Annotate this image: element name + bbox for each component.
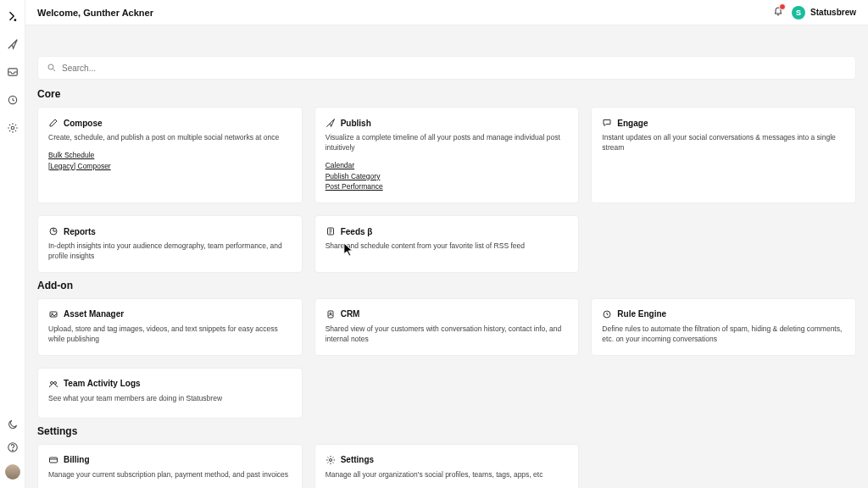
nav-publish-icon[interactable] [7, 38, 19, 53]
svg-point-14 [51, 381, 53, 384]
card-title: CRM [341, 309, 360, 319]
card-engage[interactable]: Engage Instant updates on all your socia… [591, 107, 856, 203]
card-desc: Manage your current subscription plan, p… [48, 470, 292, 480]
card-title: Reports [64, 227, 96, 236]
org-name: Statusbrew [810, 8, 856, 17]
page-title: Welcome, Gunther Ackner [37, 8, 153, 18]
logo-icon[interactable] [7, 10, 19, 25]
svg-point-3 [11, 126, 14, 130]
card-title: Publish [341, 119, 371, 128]
card-desc: See what your team members are doing in … [48, 394, 292, 404]
theme-toggle-icon[interactable] [7, 419, 19, 433]
search-input[interactable] [62, 64, 847, 73]
user-avatar[interactable] [5, 464, 20, 480]
left-sidebar [0, 0, 25, 488]
notifications-button[interactable] [773, 6, 783, 19]
card-title: Settings [341, 455, 374, 464]
section-core: Core [37, 88, 856, 100]
publish-icon [326, 118, 336, 128]
compose-icon [48, 118, 58, 128]
search-bar[interactable] [37, 56, 856, 80]
engage-icon [602, 118, 612, 128]
link-post-performance[interactable]: Post Performance [326, 181, 569, 192]
card-desc: Manage all your organization's social pr… [326, 470, 569, 480]
card-feeds[interactable]: Feeds β Share and schedule content from … [314, 215, 580, 273]
svg-rect-16 [50, 458, 58, 463]
card-title: Rule Engine [617, 309, 666, 319]
notification-badge [779, 3, 786, 10]
team-icon [48, 379, 58, 389]
content-area: Core Compose Create, schedule, and publi… [25, 25, 868, 488]
svg-point-0 [14, 19, 15, 20]
card-crm[interactable]: CRM Shared view of your customers with c… [314, 298, 580, 356]
svg-point-17 [329, 458, 331, 461]
card-desc: Visualize a complete timeline of all you… [326, 133, 569, 153]
card-title: Feeds β [341, 227, 373, 236]
card-desc: Upload, store and tag images, videos, an… [48, 324, 292, 345]
crm-icon [326, 309, 336, 319]
nav-settings-icon[interactable] [7, 122, 19, 136]
card-title: Compose [64, 119, 103, 128]
link-publish-category[interactable]: Publish Category [326, 171, 569, 182]
card-desc: Instant updates on all your social conve… [602, 133, 845, 153]
card-title: Engage [617, 119, 648, 128]
card-asset-manager[interactable]: Asset Manager Upload, store and tag imag… [37, 298, 303, 356]
link-bulk-schedule[interactable]: Bulk Schedule [48, 150, 292, 161]
topbar: Welcome, Gunther Ackner S Statusbrew [25, 0, 868, 25]
org-switcher[interactable]: S Statusbrew [792, 6, 856, 19]
search-icon [47, 63, 57, 73]
reports-icon [48, 226, 58, 236]
card-title: Asset Manager [64, 309, 124, 319]
section-settings: Settings [37, 425, 856, 437]
svg-point-6 [48, 64, 53, 69]
card-desc: In-depth insights into your audience dem… [48, 241, 292, 262]
svg-point-5 [12, 450, 13, 451]
org-avatar: S [792, 6, 805, 19]
rule-icon [602, 309, 612, 319]
card-rule-engine[interactable]: Rule Engine Define rules to automate the… [591, 298, 856, 356]
card-settings[interactable]: Settings Manage all your organization's … [314, 444, 580, 488]
card-desc: Create, schedule, and publish a post on … [48, 133, 292, 143]
help-icon[interactable] [7, 441, 19, 456]
link-calendar[interactable]: Calendar [326, 160, 569, 171]
card-desc: Shared view of your customers with conve… [326, 324, 569, 345]
card-billing[interactable]: Billing Manage your current subscription… [37, 444, 303, 488]
link-legacy-composer[interactable]: [Legacy] Composer [48, 161, 292, 172]
svg-point-15 [54, 381, 57, 384]
card-title: Team Activity Logs [64, 379, 141, 388]
billing-icon [48, 455, 58, 465]
card-team-activity[interactable]: Team Activity Logs See what your team me… [37, 368, 303, 419]
card-desc: Share and schedule content from your fav… [326, 241, 569, 252]
card-desc: Define rules to automate the filtration … [602, 324, 845, 345]
card-publish[interactable]: Publish Visualize a complete timeline of… [314, 107, 580, 203]
settings-icon [326, 455, 336, 465]
card-reports[interactable]: Reports In-depth insights into your audi… [37, 215, 303, 273]
asset-icon [48, 309, 58, 319]
feeds-icon [326, 226, 336, 236]
nav-inbox-icon[interactable] [7, 66, 19, 80]
section-addon: Add-on [37, 280, 856, 291]
card-title: Billing [64, 455, 90, 464]
card-compose[interactable]: Compose Create, schedule, and publish a … [37, 107, 303, 203]
svg-point-12 [330, 313, 331, 314]
nav-reports-icon[interactable] [7, 94, 19, 108]
